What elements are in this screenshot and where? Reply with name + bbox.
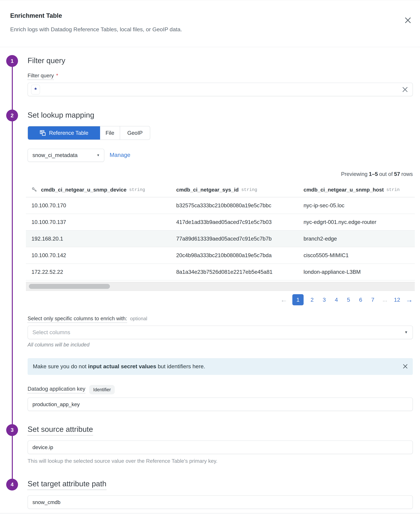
preview-count: Previewing1–5out of57rows (340, 171, 413, 177)
secret-warning-banner: Make sure you do not input actual secret… (28, 358, 413, 375)
lookup-source-tabs: Reference Table File GeoIP (28, 126, 150, 140)
tab-geoip[interactable]: GeoIP (120, 126, 150, 140)
pagination-ellipsis: … (381, 297, 389, 303)
close-icon[interactable] (403, 15, 413, 25)
next-page-icon[interactable]: → (406, 294, 413, 305)
cell-sys-id: 77a89d613339aed05aced7c91e5c7b7b (176, 231, 272, 247)
page-subtitle: Enrich logs with Datadog Reference Table… (10, 26, 182, 32)
required-asterisk: * (56, 73, 58, 78)
tab-reference-table[interactable]: Reference Table (28, 126, 100, 140)
cell-device: 10.100.70.137 (31, 214, 66, 230)
step-4-badge: 4 (6, 479, 18, 491)
step-connector-line (12, 61, 13, 485)
step-3-title: Set source attribute (28, 425, 93, 433)
filter-query-label: Filter query* (28, 73, 58, 79)
prev-page-icon[interactable]: ← (280, 294, 287, 305)
step-3-badge: 3 (6, 424, 18, 436)
app-key-label: Datadog application key (28, 386, 85, 394)
cell-device: 172.22.52.22 (31, 264, 63, 280)
target-attribute-input[interactable]: snow_cmdb (28, 495, 413, 509)
scrollbar-thumb[interactable] (29, 284, 110, 289)
header-divider (0, 47, 420, 47)
table-row: 10.100.70.170 b32575ca333bc210b08080a19e… (26, 197, 415, 214)
step-1-badge: 1 (6, 55, 18, 67)
secret-warning-text: Make sure you do not input actual secret… (33, 358, 205, 375)
table-header-row: cmdb_ci_netgear_u_snmp_device string cmd… (26, 182, 415, 197)
page-6[interactable]: 6 (357, 296, 364, 303)
page-2[interactable]: 2 (308, 296, 316, 303)
step-2-title: Set lookup mapping (28, 111, 94, 119)
optional-tag: optional (130, 316, 147, 321)
table-row: 172.22.52.22 8a1a34e23b7526d081e2217eb5e… (26, 264, 415, 281)
filter-query-input[interactable]: * (28, 83, 413, 96)
column-header-sys-id: cmdb_ci_netgear_sys_id string (176, 182, 257, 197)
page-5[interactable]: 5 (345, 296, 352, 303)
cell-device: 10.100.70.142 (31, 247, 66, 264)
filter-query-token[interactable]: * (31, 85, 40, 94)
page-12[interactable]: 12 (393, 296, 401, 303)
panel-bottom-divider (0, 513, 420, 513)
step-1-title: Filter query (28, 56, 65, 65)
all-columns-hint: All columns will be included (28, 342, 90, 348)
reference-table-icon (39, 130, 46, 136)
app-key-label-row: Datadog application key Identifier (28, 385, 115, 395)
horizontal-scrollbar[interactable] (26, 282, 415, 291)
page-4[interactable]: 4 (333, 296, 340, 303)
pagination: ← 1 2 3 4 5 6 7 … 12 → (280, 294, 413, 306)
cell-host: cisco5505-MIMIC1 (303, 247, 349, 264)
tab-file[interactable]: File (100, 126, 120, 140)
page-7[interactable]: 7 (369, 296, 376, 303)
cell-host: nyc-ip-sec-05.loc (303, 197, 345, 214)
tab-reference-table-label: Reference Table (49, 130, 88, 136)
table-row-highlighted: 192.168.20.1 77a89d613339aed05aced7c91e5… (26, 231, 415, 247)
column-header-snmp-host: cmdb_ci_netgear_u_snmp_host string (303, 182, 399, 197)
select-columns-placeholder: Select columns (32, 326, 70, 339)
reference-table-select-value: snow_ci_metadata (32, 149, 78, 161)
primary-key-icon (31, 187, 37, 192)
page-title: Enrichment Table (10, 12, 62, 19)
table-row: 10.100.70.142 20c4b98a333bc210b08080a19e… (26, 247, 415, 264)
cell-sys-id: b32575ca333bc210b08080a19e5c7bbc (176, 197, 271, 214)
identifier-badge: Identifier (89, 385, 115, 394)
chevron-down-icon: ▼ (97, 149, 100, 161)
cell-sys-id: 20c4b98a333bc210b08080a19e5c7bda (176, 247, 272, 264)
enrichment-table-panel: Enrichment Table Enrich logs with Datado… (0, 0, 420, 516)
page-3[interactable]: 3 (321, 296, 328, 303)
page-1[interactable]: 1 (292, 294, 303, 305)
select-columns-dropdown[interactable]: Select columns ▼ (28, 326, 413, 339)
cell-host: branch2-edge (303, 231, 337, 247)
cell-sys-id: 417de1ad33b9aed05aced7c91e5c7b03 (176, 214, 272, 230)
step-2-badge: 2 (6, 110, 18, 121)
reference-table-select[interactable]: snow_ci_metadata ▼ (28, 149, 105, 162)
source-attribute-input[interactable]: device.ip (28, 440, 413, 454)
cell-device: 192.168.20.1 (31, 231, 63, 247)
clear-filter-icon[interactable] (401, 86, 409, 93)
reference-table-preview: cmdb_ci_netgear_u_snmp_device string cmd… (26, 182, 415, 281)
source-attribute-hint: This will lookup the selected source val… (28, 458, 218, 464)
cell-host: london-appliance-L3BM (303, 264, 360, 280)
chevron-down-icon: ▼ (404, 326, 408, 339)
dismiss-banner-icon[interactable] (402, 363, 409, 370)
cell-device: 10.100.70.170 (31, 197, 66, 214)
cell-sys-id: 8a1a34e23b7526d081e2217eb5e45a81 (176, 264, 272, 280)
step-4-title: Set target attribute path (28, 479, 106, 488)
app-key-input[interactable]: production_app_key (28, 398, 413, 411)
manage-link[interactable]: Manage (110, 152, 130, 158)
table-row: 10.100.70.137 417de1ad33b9aed05aced7c91e… (26, 214, 415, 231)
select-columns-label: Select only specific columns to enrich w… (28, 315, 147, 321)
cell-host: nyc-edgrt-001.nyc.edge-router (303, 214, 376, 230)
column-header-device: cmdb_ci_netgear_u_snmp_device string (31, 182, 145, 197)
